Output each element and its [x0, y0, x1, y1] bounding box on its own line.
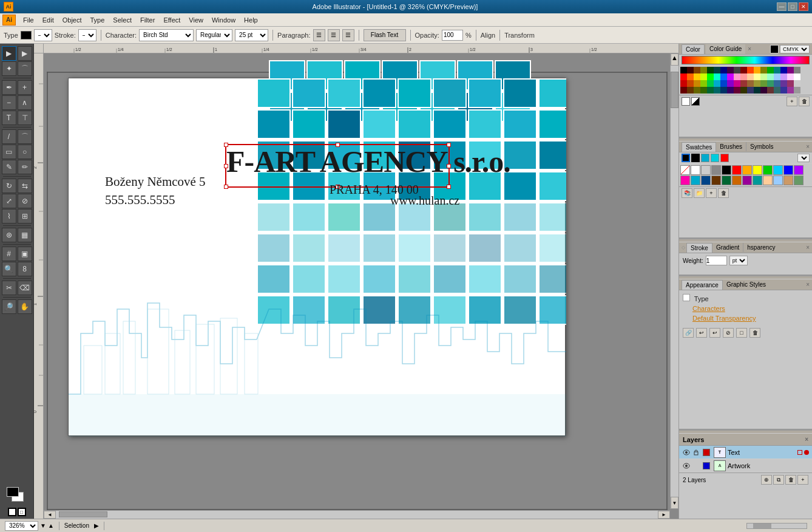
swatches-tab[interactable]: Swatches [682, 142, 716, 152]
swatch-black[interactable] [722, 165, 731, 175]
color-cell[interactable] [760, 80, 767, 87]
color-cell[interactable] [680, 73, 687, 80]
menu-file[interactable]: File [19, 15, 38, 25]
color-panel-fg-swatch[interactable] [770, 45, 779, 53]
color-cell[interactable] [760, 87, 767, 94]
swatch-purple[interactable] [794, 165, 804, 175]
vertical-scroll-thumb[interactable] [671, 72, 678, 108]
zoom-selector[interactable]: 326% [5, 521, 38, 531]
stroke-selector[interactable]: — [34, 29, 52, 41]
color-cell[interactable] [727, 80, 734, 87]
color-cell[interactable] [747, 67, 754, 73]
color-cell[interactable] [774, 67, 780, 73]
color-cell[interactable] [720, 87, 727, 94]
menu-view[interactable]: View [185, 15, 207, 25]
type-tool[interactable]: T [2, 111, 16, 125]
color-cell[interactable] [787, 73, 794, 80]
opacity-input[interactable] [442, 30, 463, 41]
add-anchor-tool[interactable]: + [18, 80, 32, 95]
color-cell[interactable] [680, 87, 687, 94]
swatch-none[interactable] [680, 165, 690, 175]
shear-tool[interactable]: ⊘ [18, 194, 32, 208]
color-cell[interactable] [700, 73, 707, 80]
line-tool[interactable]: / [2, 129, 16, 144]
mesh-tool[interactable]: # [2, 247, 16, 261]
color-cell[interactable] [707, 67, 714, 73]
arc-tool[interactable]: ⌒ [18, 129, 32, 144]
color-cell[interactable] [747, 73, 754, 80]
color-cell[interactable] [727, 73, 734, 80]
none-color-swatch[interactable] [682, 97, 690, 106]
fill-none-indicator[interactable] [8, 508, 16, 516]
align-left-button[interactable]: ☰ [313, 29, 325, 41]
transparency-tab[interactable]: hsparency [743, 243, 779, 252]
color-cell[interactable] [707, 73, 714, 80]
color-cell[interactable] [727, 67, 734, 73]
swatch-gray[interactable] [711, 165, 721, 175]
align-right-button[interactable]: ☰ [342, 29, 354, 41]
gradient-tab[interactable]: Gradient [712, 243, 743, 252]
menu-edit[interactable]: Edit [39, 15, 58, 25]
vertical-scrollbar[interactable]: ▲ ▼ [670, 53, 678, 509]
color-cell[interactable] [747, 80, 754, 87]
color-cell[interactable] [694, 80, 700, 87]
menu-effect[interactable]: Effect [160, 15, 184, 25]
zoom-stepper-down[interactable]: ▼ [40, 522, 46, 529]
flash-text-button[interactable]: Flash Text [364, 29, 406, 41]
zoom-tool[interactable]: 🔎 [2, 299, 16, 314]
hand-tool[interactable]: ✋ [18, 299, 32, 314]
warp-tool[interactable]: ⌇ [2, 209, 16, 223]
stroke-tab[interactable]: Stroke [686, 243, 712, 253]
menu-window[interactable]: Window [208, 15, 239, 25]
color-cell[interactable] [694, 67, 700, 73]
phone-text[interactable]: 555.555.5555 [105, 193, 175, 208]
lasso-tool[interactable]: ⌒ [18, 61, 32, 76]
swatch-green[interactable] [763, 165, 773, 175]
brushes-tab[interactable]: Brushes [716, 142, 746, 151]
stroke-indicator[interactable]: □ [18, 508, 26, 516]
color-cell[interactable] [720, 80, 727, 87]
color-cell[interactable] [787, 87, 794, 94]
color-cell[interactable] [700, 80, 707, 87]
color-cell[interactable] [740, 80, 747, 87]
stroke-weight-selector[interactable]: — [78, 29, 96, 41]
scroll-right-button[interactable]: ► [658, 511, 670, 519]
clear-appearance-button[interactable]: ↩ [709, 328, 720, 338]
color-panel-close[interactable]: × [746, 44, 753, 54]
color-cell[interactable] [780, 87, 787, 94]
font-selector[interactable]: Birch Std [139, 29, 194, 41]
swatches-panel-close[interactable]: × [806, 143, 810, 150]
color-cell[interactable] [767, 67, 774, 73]
free-transform-tool[interactable]: ⊞ [18, 209, 32, 223]
swatch-teal2[interactable] [711, 154, 719, 162]
layer-artwork-lock[interactable] [691, 461, 701, 471]
new-layer-button[interactable]: + [797, 475, 808, 485]
close-button[interactable]: ✕ [799, 2, 808, 11]
color-cell[interactable] [774, 87, 780, 94]
magic-wand-tool[interactable]: ✦ [2, 61, 16, 76]
color-cell[interactable] [740, 67, 747, 73]
horizontal-scroll-indicator[interactable] [746, 523, 807, 529]
color-cell[interactable] [734, 80, 740, 87]
selection-tool[interactable]: ▶ [2, 46, 16, 61]
swatch-library-button[interactable]: 📚 [682, 188, 692, 198]
font-size-selector[interactable]: 25 pt [235, 29, 268, 41]
layer-text-lock[interactable] [691, 448, 701, 457]
swatch-view-selector[interactable] [797, 154, 810, 162]
eyedropper-tool[interactable]: 🔍 [2, 262, 16, 276]
swatch-dark-teal[interactable] [753, 176, 762, 185]
swatch-registration[interactable] [691, 154, 700, 162]
company-name-text[interactable]: F-ART AGENCY s.r.o. [226, 146, 510, 177]
website-text[interactable]: www.hulan.cz [390, 194, 459, 208]
layer-text-row[interactable]: T Text [679, 446, 812, 459]
scroll-down-button[interactable]: ▼ [671, 497, 678, 509]
new-color-group-button[interactable]: 📁 [694, 188, 705, 198]
color-cell[interactable] [780, 67, 787, 73]
symbol-sprayer-tool[interactable]: ⊛ [2, 228, 16, 242]
gradient-swatch[interactable] [691, 97, 700, 106]
layer-text-visibility[interactable] [682, 448, 691, 457]
fill-swatch[interactable] [21, 31, 32, 39]
delete-swatch-btn[interactable]: 🗑 [718, 188, 729, 198]
menu-help[interactable]: Help [240, 15, 262, 25]
menu-object[interactable]: Object [59, 15, 86, 25]
